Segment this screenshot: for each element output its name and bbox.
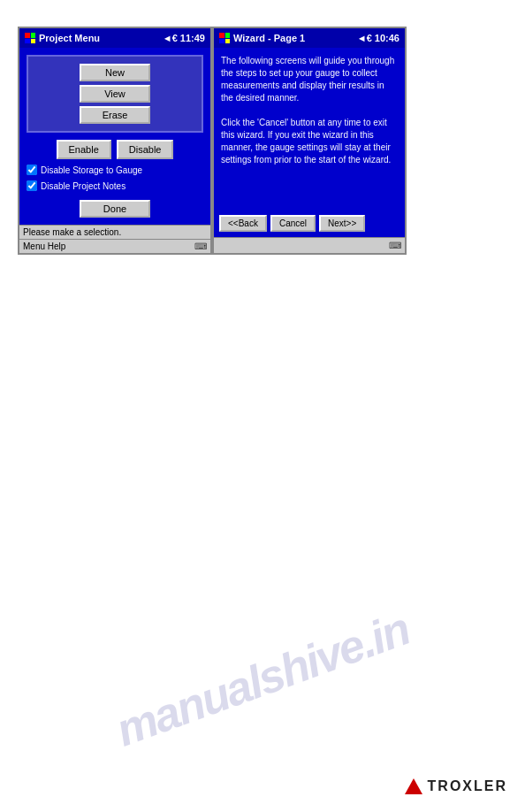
disable-button[interactable]: Disable [117, 140, 174, 159]
wizard-text-2: Click the 'Cancel' button at any time to… [221, 117, 398, 166]
watermark: manualshive.in [7, 564, 519, 794]
done-row: Done [27, 200, 203, 218]
done-button[interactable]: Done [80, 200, 150, 218]
erase-button[interactable]: Erase [80, 106, 150, 124]
disable-notes-label: Disable Project Notes [41, 181, 126, 191]
menu-help-label: Menu Help [23, 241, 65, 251]
wizard-time: ◄€ 10:46 [357, 33, 399, 43]
windows-logo-icon [25, 33, 35, 43]
back-button[interactable]: <<Back [219, 215, 267, 232]
wizard-window: Wizard - Page 1 ◄€ 10:46 The following s… [212, 27, 407, 255]
keyboard-icon[interactable]: ⌨ [194, 241, 207, 251]
project-menu-time: ◄€ 11:49 [163, 33, 205, 43]
new-button[interactable]: New [80, 64, 150, 81]
disable-notes-checkbox[interactable] [27, 180, 37, 191]
project-menu-title: Project Menu [39, 33, 100, 43]
nve-button-group: New View Erase [27, 55, 203, 133]
project-menu-body: New View Erase Enable Disable Disable St… [19, 48, 210, 225]
troxler-logo: TROXLER [405, 778, 507, 794]
disable-storage-label: Disable Storage to Gauge [41, 165, 142, 175]
disable-notes-row: Disable Project Notes [27, 180, 203, 191]
status-bar: Please make a selection. [19, 225, 210, 239]
wizard-body: The following screens will guide you thr… [214, 48, 405, 210]
next-button[interactable]: Next>> [319, 215, 365, 232]
troxler-brand-name: TROXLER [428, 778, 507, 794]
enable-button[interactable]: Enable [57, 140, 111, 159]
wizard-windows-logo-icon [219, 33, 230, 43]
enable-disable-row: Enable Disable [27, 140, 203, 159]
status-text: Please make a selection. [23, 227, 121, 237]
cancel-button[interactable]: Cancel [270, 215, 316, 232]
wizard-text-1: The following screens will guide you thr… [221, 55, 398, 104]
project-menu-window: Project Menu ◄€ 11:49 New View Erase Ena… [18, 27, 212, 255]
wizard-title: Wizard - Page 1 [233, 33, 305, 43]
troxler-triangle-icon [405, 778, 422, 794]
wizard-nav-buttons: <<Back Cancel Next>> [214, 210, 405, 237]
menu-help-bar: Menu Help ⌨ [19, 239, 210, 253]
project-menu-titlebar: Project Menu ◄€ 11:49 [19, 28, 210, 48]
disable-storage-row: Disable Storage to Gauge [27, 165, 203, 175]
disable-storage-checkbox[interactable] [27, 165, 37, 175]
view-button[interactable]: View [80, 85, 150, 103]
wizard-footer: ⌨ [214, 237, 405, 253]
wizard-titlebar: Wizard - Page 1 ◄€ 10:46 [214, 28, 405, 48]
wizard-keyboard-icon[interactable]: ⌨ [389, 241, 401, 250]
